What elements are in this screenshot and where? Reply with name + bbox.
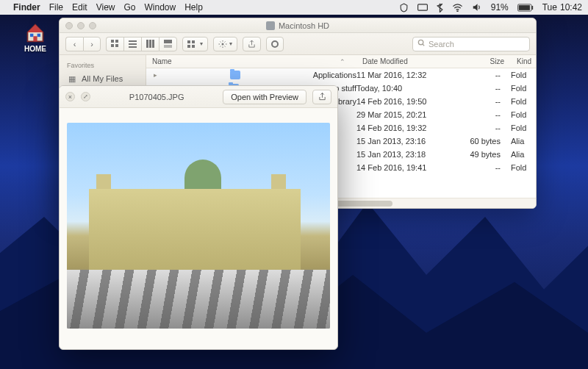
preview-image (67, 123, 330, 329)
close-window-button[interactable] (65, 22, 73, 29)
svg-rect-25 (187, 45, 190, 48)
file-date: 14 Feb 2016, 19:32 (356, 123, 467, 132)
coverflow-view-button[interactable] (159, 37, 177, 51)
window-controls (65, 22, 96, 29)
svg-rect-7 (30, 34, 33, 37)
col-date[interactable]: Date Modified (356, 57, 467, 65)
quicklook-share-button[interactable] (312, 90, 331, 104)
file-size: 60 bytes (467, 137, 511, 146)
svg-point-29 (418, 40, 423, 44)
file-size: -- (467, 110, 511, 119)
wifi-icon[interactable] (452, 4, 463, 12)
svg-rect-20 (164, 40, 172, 43)
all-files-icon: ▦ (67, 73, 77, 85)
search-field[interactable]: Search (412, 37, 530, 51)
svg-rect-10 (111, 40, 114, 43)
column-view-button[interactable] (141, 37, 159, 51)
svg-rect-6 (531, 5, 533, 9)
window-title: Macintosh HD (279, 21, 329, 30)
file-kind: Fold (511, 163, 536, 172)
app-menu[interactable]: Finder (13, 2, 40, 12)
file-size: -- (467, 71, 511, 79)
volume-icon[interactable] (472, 3, 482, 12)
col-kind[interactable]: Kind (511, 57, 536, 65)
bluetooth-icon[interactable] (437, 3, 443, 12)
menu-go[interactable]: Go (124, 2, 136, 12)
folder-icon (230, 71, 240, 79)
view-buttons (106, 37, 177, 51)
quicklook-window: × ⤢ P1070405.JPG Open with Preview (59, 85, 338, 350)
clock-day[interactable]: Tue (542, 2, 557, 12)
file-kind: Fold (511, 110, 536, 119)
search-placeholder: Search (429, 40, 454, 49)
arrange-button[interactable]: ▾ (182, 37, 208, 51)
menu-edit[interactable]: Edit (72, 2, 87, 12)
quicklook-fullscreen-button[interactable]: ⤢ (81, 92, 90, 101)
keyboard-icon[interactable] (417, 4, 428, 11)
battery-icon[interactable] (517, 4, 534, 12)
minimize-window-button[interactable] (77, 22, 85, 29)
quicklook-toolbar: × ⤢ P1070405.JPG Open with Preview (60, 86, 337, 108)
battery-percent[interactable]: 91% (491, 2, 509, 12)
hd-icon (266, 21, 275, 30)
svg-rect-23 (187, 40, 190, 43)
desktop-icon-home[interactable]: HOME (21, 22, 50, 53)
share-button[interactable] (243, 37, 261, 51)
nav-buttons: ‹ › (65, 37, 101, 51)
file-size: -- (467, 123, 511, 132)
file-date: 14 Feb 2016, 19:41 (356, 163, 467, 172)
icon-view-button[interactable] (106, 37, 123, 51)
menu-window[interactable]: Window (145, 2, 176, 12)
file-date: Today, 10:40 (356, 84, 467, 93)
menu-view[interactable]: View (96, 2, 115, 12)
svg-rect-26 (192, 45, 195, 48)
file-date: 15 Jan 2013, 23:18 (356, 150, 467, 159)
desktop-icon-label: HOME (21, 45, 50, 53)
file-date: 15 Jan 2013, 23:16 (356, 137, 467, 146)
svg-rect-8 (37, 34, 40, 37)
svg-rect-0 (417, 4, 427, 10)
menu-file[interactable]: File (49, 2, 63, 12)
col-name[interactable]: Name⌃ (146, 57, 356, 65)
forward-button[interactable]: › (83, 37, 101, 51)
file-size: -- (467, 163, 511, 172)
svg-rect-11 (115, 40, 118, 43)
table-row[interactable]: ▸Applications11 Mar 2016, 12:32--Fold (146, 68, 536, 82)
svg-rect-17 (146, 40, 148, 48)
tags-button[interactable] (266, 37, 284, 51)
file-name: Applications (313, 71, 356, 79)
file-date: 11 Mar 2016, 12:32 (356, 71, 467, 79)
disclosure-triangle-icon[interactable]: ▸ (154, 71, 157, 79)
svg-rect-18 (149, 40, 151, 48)
file-size: 49 bytes (467, 150, 511, 159)
list-view-button[interactable] (123, 37, 141, 51)
quicklook-close-button[interactable]: × (65, 92, 75, 101)
file-kind: Fold (511, 84, 536, 93)
svg-rect-12 (111, 44, 114, 47)
file-kind: Fold (511, 71, 536, 79)
finder-toolbar: ‹ › ▾ ▾ Search (60, 33, 536, 55)
zoom-window-button[interactable] (89, 22, 96, 29)
svg-rect-5 (518, 5, 529, 10)
file-size: -- (467, 84, 511, 93)
action-button[interactable]: ▾ (213, 37, 237, 51)
svg-rect-19 (152, 40, 154, 48)
open-with-preview-button[interactable]: Open with Preview (223, 90, 306, 104)
file-date: 14 Feb 2016, 19:50 (356, 97, 467, 106)
column-headers: Name⌃ Date Modified Size Kind (146, 55, 536, 68)
back-button[interactable]: ‹ (65, 37, 83, 51)
home-icon (25, 22, 46, 43)
sidebar-item-all-my-files[interactable]: ▦All My Files (60, 71, 146, 86)
sidebar-hdr-favorites: Favorites (60, 60, 146, 71)
quicklook-filename: P1070405.JPG (96, 93, 217, 101)
clock-time[interactable]: 10:42 (560, 2, 582, 12)
file-date: 29 Mar 2015, 20:21 (356, 110, 467, 119)
col-size[interactable]: Size (467, 57, 511, 65)
menu-help[interactable]: Help (184, 2, 203, 12)
status-icon[interactable] (399, 3, 409, 12)
finder-titlebar[interactable]: Macintosh HD (60, 18, 536, 33)
search-icon (417, 39, 426, 49)
file-kind: Alia (511, 137, 536, 146)
svg-line-30 (423, 44, 424, 46)
file-kind: Fold (511, 97, 536, 106)
